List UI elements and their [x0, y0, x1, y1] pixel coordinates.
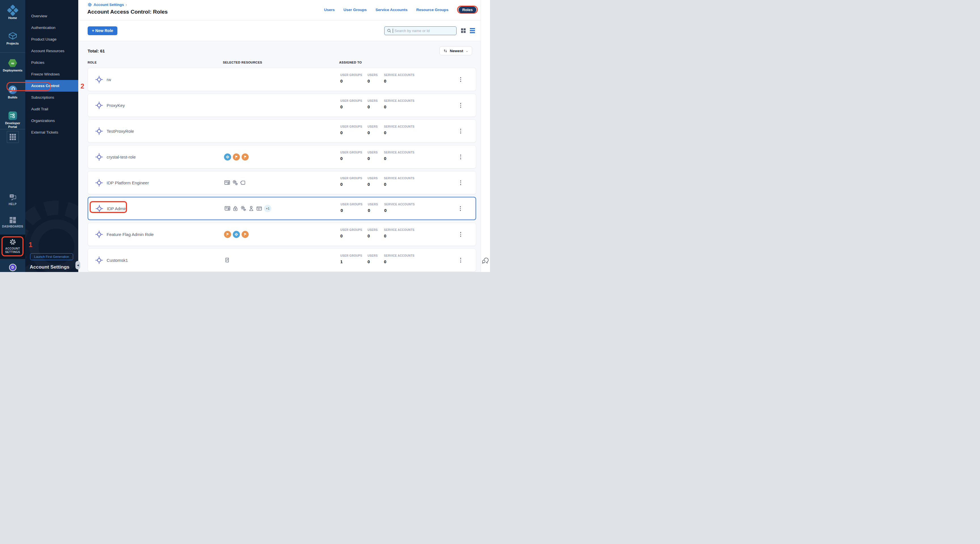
nav-dashboards[interactable]: DASHBOARDS	[0, 217, 25, 228]
tab-users[interactable]: Users	[324, 8, 335, 12]
assigned-to-stats: USER GROUPS0 USERS0 SERVICE ACCOUNTS0	[340, 228, 426, 238]
sidebar-item-freeze-windows[interactable]: Freeze Windows	[25, 68, 78, 80]
user-avatar[interactable]: D	[9, 264, 16, 271]
service-accounts-label: SERVICE ACCOUNTS	[384, 228, 426, 231]
row-menu-kebab-icon[interactable]	[459, 76, 463, 83]
service-accounts-value: 0	[384, 156, 426, 161]
grid-view-icon[interactable]	[461, 29, 466, 33]
primary-nav-rail: Home Projects ∞ Deployments Builds Devel…	[0, 0, 25, 272]
nav-deployments[interactable]: ∞ Deployments	[0, 59, 25, 72]
sidebar-item-audit-trail[interactable]: Audit Trail	[25, 103, 78, 115]
service-accounts-value: 0	[384, 234, 426, 238]
service-accounts-value: 0	[384, 259, 426, 264]
row-menu-kebab-icon[interactable]	[459, 205, 462, 212]
users-label: USERS	[368, 73, 384, 76]
tab-service-accounts[interactable]: Service Accounts	[375, 8, 407, 12]
column-assigned-to: ASSIGNED TO	[339, 61, 362, 64]
service-accounts-label: SERVICE ACCOUNTS	[384, 99, 426, 102]
nav-projects[interactable]: Projects	[0, 32, 25, 45]
service-accounts-label: SERVICE ACCOUNTS	[384, 177, 426, 180]
more-resources-badge[interactable]: +1	[264, 205, 271, 212]
search-input[interactable]: Search by name or Id	[384, 26, 457, 35]
column-role: ROLE	[88, 61, 97, 64]
sidebar-item-external-tickets[interactable]: External Tickets	[25, 127, 78, 138]
users-value: 0	[368, 234, 384, 238]
role-name: TestProxyRole	[107, 129, 134, 134]
home-icon	[0, 6, 25, 15]
role-cell: TestProxyRole	[95, 120, 134, 142]
tab-user-groups[interactable]: User Groups	[344, 8, 367, 12]
user-groups-label: USER GROUPS	[340, 125, 368, 128]
row-menu-kebab-icon[interactable]	[459, 153, 463, 161]
sort-value: Newest	[450, 49, 463, 53]
nav-developer-portal[interactable]: Developer Portal	[0, 111, 25, 129]
user-groups-value: 0	[340, 182, 368, 187]
role-row[interactable]: IDP Admin +1 USER GROUPS0 USERS0 SERVICE…	[88, 197, 476, 220]
sidebar-item-policies[interactable]: Policies	[25, 57, 78, 68]
assigned-to-stats: USER GROUPS0 USERS0 SERVICE ACCOUNTS0	[340, 125, 426, 135]
list-view-icon[interactable]	[470, 28, 475, 33]
role-crosshair-icon	[95, 76, 103, 83]
sidebar-item-organizations[interactable]: Organizations	[25, 115, 78, 127]
breadcrumb[interactable]: Account Settings ›	[88, 3, 127, 7]
annotation-box-roles-tab: Roles	[457, 6, 478, 14]
account-settings-sidebar: Overview Authentication Product Usage Ac…	[25, 0, 78, 272]
new-role-button[interactable]: + New Role	[88, 26, 118, 35]
layout-icon	[256, 205, 262, 212]
roles-list: rw USER GROUPS0 USERS0 SERVICE ACCOUNTS0…	[88, 68, 476, 272]
row-menu-kebab-icon[interactable]	[459, 128, 463, 135]
sidebar-item-product-usage[interactable]: Product Usage	[25, 33, 78, 45]
nav-home[interactable]: Home	[0, 6, 25, 20]
sidebar-item-overview[interactable]: Overview	[25, 10, 78, 22]
text-caret	[393, 29, 393, 33]
chat-support-icon[interactable]	[482, 256, 489, 264]
sidebar-item-account-resources[interactable]: Account Resources	[25, 45, 78, 57]
role-crosshair-icon	[95, 102, 103, 109]
sidebar-item-authentication[interactable]: Authentication	[25, 22, 78, 33]
checklist-icon	[224, 257, 230, 263]
row-menu-kebab-icon[interactable]	[459, 102, 463, 109]
users-value: 0	[368, 156, 384, 161]
nav-builds-label: Builds	[0, 95, 25, 99]
service-accounts-value: 0	[384, 182, 426, 187]
role-row[interactable]: rw USER GROUPS0 USERS0 SERVICE ACCOUNTS0	[88, 68, 476, 91]
users-label: USERS	[368, 203, 384, 206]
users-label: USERS	[368, 125, 384, 128]
role-row[interactable]: IDP Platform Engineer USER GROUPS0 USERS…	[88, 171, 476, 194]
role-crosshair-icon	[95, 179, 103, 187]
launch-first-generation-button[interactable]: Launch First Generation	[30, 253, 73, 260]
nav-help-label: HELP	[0, 202, 25, 206]
page-title: Account Access Control: Roles	[88, 9, 168, 15]
puzzle-icon	[240, 180, 246, 186]
nav-help[interactable]: ? HELP	[0, 193, 25, 206]
row-menu-kebab-icon[interactable]	[459, 231, 463, 238]
sidebar-item-subscriptions[interactable]: Subscriptions	[25, 92, 78, 103]
service-accounts-label: SERVICE ACCOUNTS	[384, 151, 426, 154]
role-row[interactable]: TestProxyRole USER GROUPS0 USERS0 SERVIC…	[88, 119, 476, 143]
stack-badge-icon	[224, 153, 231, 161]
role-name: Feature Flag Admin Role	[107, 232, 154, 237]
role-row[interactable]: crystal-test-role USER GROUPS0 USERS0 SE…	[88, 145, 476, 169]
selected-resources-cell	[224, 249, 230, 272]
tab-resource-groups[interactable]: Resource Groups	[416, 8, 448, 12]
sort-dropdown[interactable]: Newest ⌄	[439, 46, 472, 55]
users-label: USERS	[368, 151, 384, 154]
service-accounts-label: SERVICE ACCOUNTS	[384, 203, 427, 206]
sidebar-collapse-toggle[interactable]: ◀	[75, 261, 80, 269]
row-menu-kebab-icon[interactable]	[459, 179, 463, 186]
selected-resources-cell	[224, 223, 249, 246]
rail-divider	[0, 129, 25, 129]
user-groups-label: USER GROUPS	[340, 203, 368, 206]
role-row[interactable]: ProxyKey USER GROUPS0 USERS0 SERVICE ACC…	[88, 94, 476, 117]
dashboards-icon	[0, 217, 25, 223]
nav-apps-launcher[interactable]	[0, 131, 25, 143]
row-menu-kebab-icon[interactable]	[459, 257, 463, 264]
certificate-icon	[224, 180, 230, 186]
role-row[interactable]: Feature Flag Admin Role USER GROUPS0 USE…	[88, 223, 476, 246]
user-groups-value: 0	[340, 79, 368, 83]
role-crosshair-icon	[95, 256, 103, 264]
role-row[interactable]: Customsk1 USER GROUPS1 USERS0 SERVICE AC…	[88, 248, 476, 272]
user-groups-value: 0	[340, 130, 368, 135]
service-accounts-label: SERVICE ACCOUNTS	[384, 254, 426, 257]
tab-roles[interactable]: Roles	[458, 6, 476, 13]
